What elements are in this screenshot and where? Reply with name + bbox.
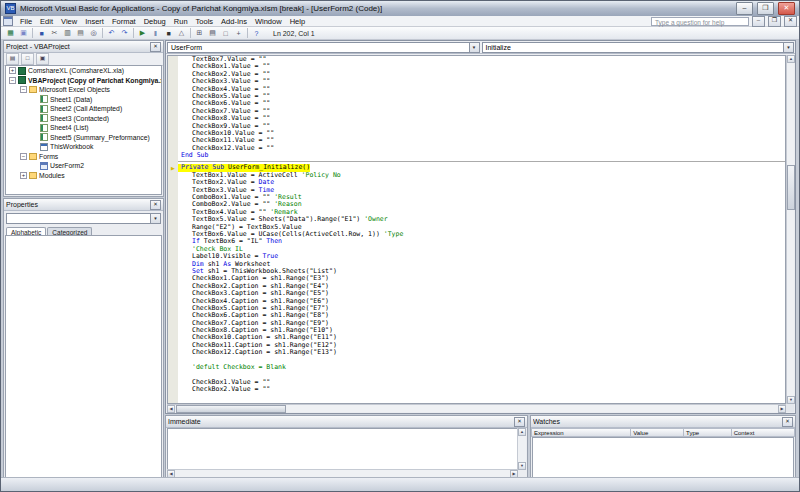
code-line[interactable]: CheckBox12.Caption = sh1.Range("E13") [168, 349, 785, 356]
scroll-up-icon[interactable]: ▲ [518, 428, 526, 436]
scroll-up-icon[interactable]: ▲ [787, 55, 795, 63]
project-tree-item[interactable]: Sheet3 (Contacted) [6, 114, 161, 124]
project-tree-item[interactable]: Sheet2 (Call Attempted) [6, 104, 161, 114]
project-tree-item[interactable]: −VBAProject (Copy of Parichat Kongmiya.x… [6, 76, 161, 86]
properties-header: Properties ✕ [4, 199, 163, 211]
redo-icon[interactable]: ↷ [118, 28, 131, 39]
immediate-close-icon[interactable]: ✕ [514, 417, 525, 427]
menu-view[interactable]: View [57, 17, 81, 26]
scrollbar-thumb[interactable] [787, 165, 795, 210]
watches-column-expression[interactable]: Expression [531, 428, 631, 437]
procedure-divider [168, 159, 785, 164]
properties-object-dropdown[interactable]: ▼ [6, 213, 161, 224]
code-line[interactable]: CheckBox2.Value = "" [168, 386, 785, 393]
scroll-right-icon[interactable]: ▶ [778, 405, 786, 413]
project-tree-item[interactable]: Sheet1 (Data) [6, 95, 161, 105]
project-tree-item[interactable]: +ComshareXL (ComshareXL.xla) [6, 66, 161, 76]
expand-icon[interactable]: + [9, 67, 16, 74]
close-button[interactable]: ✕ [778, 2, 795, 15]
chevron-down-icon[interactable]: ▼ [150, 214, 160, 223]
view-code-icon[interactable]: ▤ [6, 53, 19, 65]
properties-close-icon[interactable]: ✕ [150, 200, 161, 210]
toolbox-icon[interactable]: + [232, 28, 245, 39]
immediate-input-area[interactable] [167, 428, 518, 470]
menu-help[interactable]: Help [286, 17, 309, 26]
find-icon[interactable]: ◎ [87, 28, 100, 39]
view-excel-icon[interactable]: ▦ [4, 28, 17, 39]
collapse-icon[interactable]: − [20, 153, 27, 160]
watches-list[interactable] [532, 437, 794, 478]
project-tree-item[interactable]: Sheet4 (List) [6, 123, 161, 133]
project-tree-item[interactable]: ThisWorkbook [6, 142, 161, 152]
insert-userform-icon[interactable]: ▣ [17, 28, 30, 39]
code-line[interactable]: If TextBox6 = "IL" Then [168, 238, 785, 245]
margin-indicator [168, 123, 178, 130]
menu-add-ins[interactable]: Add-Ins [217, 17, 251, 26]
break-icon[interactable]: ‖ [149, 28, 162, 39]
expand-icon[interactable]: + [20, 172, 27, 179]
minimize-button[interactable]: – [736, 2, 753, 15]
project-tree-item[interactable]: UserForm2 [6, 161, 161, 171]
menu-format[interactable]: Format [108, 17, 140, 26]
immediate-vertical-scrollbar[interactable]: ▲ ▼ [517, 428, 526, 470]
help-search-input[interactable]: Type a question for help [651, 17, 749, 26]
project-tree[interactable]: +ComshareXL (ComshareXL.xla)−VBAProject … [5, 65, 162, 195]
code-line[interactable]: CheckBox12.Value = "" [168, 145, 785, 152]
menu-window[interactable]: Window [251, 17, 286, 26]
watches-column-value[interactable]: Value [631, 428, 684, 437]
menu-file[interactable]: File [16, 17, 36, 26]
scroll-left-icon[interactable]: ◀ [167, 405, 175, 413]
cut-icon[interactable]: ✂ [48, 28, 61, 39]
code-editor[interactable]: TextBox7.Value = ""CheckBox1.Value = ""C… [167, 55, 786, 404]
menu-edit[interactable]: Edit [36, 17, 57, 26]
child-restore-button[interactable]: ❐ [768, 16, 781, 27]
undo-icon[interactable]: ↶ [105, 28, 118, 39]
code-window-icon [3, 16, 13, 26]
project-tree-item[interactable]: −Forms [6, 152, 161, 162]
margin-indicator [168, 71, 178, 78]
procedure-dropdown[interactable]: Initialize ▼ [482, 42, 795, 53]
project-tree-item[interactable]: Sheet5 (Summary_Preformance) [6, 133, 161, 143]
watches-column-type[interactable]: Type [684, 428, 732, 437]
properties-list[interactable] [5, 235, 162, 478]
child-minimize-button[interactable]: – [752, 16, 765, 27]
save-icon[interactable]: ■ [35, 28, 48, 39]
continue-icon[interactable]: ▶ [136, 28, 149, 39]
toggle-folders-icon[interactable]: ▣ [36, 53, 49, 65]
menu-insert[interactable]: Insert [81, 17, 108, 26]
watches-column-context[interactable]: Context [732, 428, 795, 437]
object-browser-icon[interactable]: □ [219, 28, 232, 39]
code-horizontal-scrollbar[interactable]: ◀ ▶ [167, 404, 786, 412]
paste-icon[interactable]: ▤ [74, 28, 87, 39]
menu-tools[interactable]: Tools [192, 17, 218, 26]
project-explorer-icon[interactable]: ⊞ [193, 28, 206, 39]
code-lines: TextBox7.Value = ""CheckBox1.Value = ""C… [168, 56, 785, 394]
scroll-down-icon[interactable]: ▼ [787, 396, 795, 404]
menu-debug[interactable]: Debug [140, 17, 170, 26]
design-mode-icon[interactable]: △ [175, 28, 188, 39]
scroll-down-icon[interactable]: ▼ [518, 462, 526, 470]
view-object-icon[interactable]: □ [21, 53, 34, 65]
toolbar-separator [190, 28, 191, 38]
project-explorer-close-icon[interactable]: ✕ [150, 42, 161, 52]
code-line[interactable]: End Sub [168, 152, 785, 159]
child-close-button[interactable]: ✕ [784, 16, 797, 27]
collapse-icon[interactable]: − [20, 86, 27, 93]
collapse-icon[interactable]: − [9, 77, 16, 84]
copy-icon[interactable]: ▥ [61, 28, 74, 39]
watches-close-icon[interactable]: ✕ [782, 417, 793, 427]
code-line[interactable]: 'defult Checkbox = Blank [168, 364, 785, 371]
project-tree-item[interactable]: −Microsoft Excel Objects [6, 85, 161, 95]
reset-icon[interactable]: ■ [162, 28, 175, 39]
menu-run[interactable]: Run [170, 17, 192, 26]
scrollbar-thumb[interactable] [176, 405, 286, 413]
chevron-down-icon[interactable]: ▼ [783, 43, 793, 52]
chevron-down-icon[interactable]: ▼ [469, 43, 479, 52]
help-icon[interactable]: ? [250, 28, 263, 39]
maximize-button[interactable]: ❐ [757, 2, 774, 15]
object-dropdown[interactable]: UserForm ▼ [167, 42, 480, 53]
code-vertical-scrollbar[interactable]: ▲ ▼ [786, 55, 794, 404]
margin-indicator [168, 253, 178, 260]
project-tree-item[interactable]: +Modules [6, 171, 161, 181]
properties-window-icon[interactable]: ▤ [206, 28, 219, 39]
